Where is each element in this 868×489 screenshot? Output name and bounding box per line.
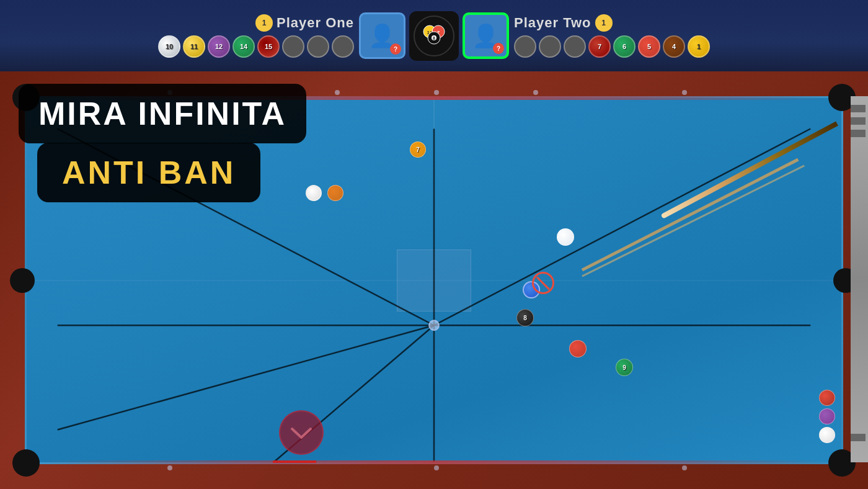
ball-14: 14 bbox=[232, 35, 255, 58]
ban-line bbox=[536, 276, 550, 290]
eight-ball: 8 bbox=[516, 309, 534, 326]
rail-notch-4 bbox=[851, 434, 866, 441]
green-ball: 9 bbox=[616, 359, 633, 376]
svg-line-13 bbox=[58, 325, 434, 429]
bottom-cushion-highlight bbox=[37, 460, 831, 464]
ball-empty-5 bbox=[539, 35, 561, 58]
ball-empty-4 bbox=[514, 35, 536, 58]
ball-11: 11 bbox=[183, 35, 205, 58]
player-two-balls: 7 6 5 4 1 bbox=[514, 35, 710, 58]
player-one-section: 1 Player One 10 11 12 14 15 bbox=[0, 14, 359, 58]
right-red-ball bbox=[819, 390, 835, 406]
rail-dot-4 bbox=[533, 90, 538, 95]
player-two-section: Player Two 1 7 6 5 4 1 bbox=[509, 14, 868, 58]
chevron-svg bbox=[289, 424, 314, 441]
orange-ball-2 bbox=[327, 185, 343, 201]
player-one-balls: 10 11 12 14 15 bbox=[158, 35, 354, 58]
svg-text:8: 8 bbox=[433, 36, 435, 40]
billiard-rack-icon: 11 7 8 bbox=[409, 11, 459, 61]
ball-empty-1 bbox=[282, 35, 304, 58]
right-mechanical-rail bbox=[851, 96, 868, 462]
ball-1: 1 bbox=[688, 35, 710, 58]
player-two-avatar: 👤 ? bbox=[463, 12, 509, 59]
pocket-bottom-left bbox=[12, 449, 40, 477]
svg-point-16 bbox=[429, 320, 439, 330]
player-one-rank-badge: 1 bbox=[255, 14, 273, 32]
rail-dot-2 bbox=[335, 90, 340, 95]
rail-dot-7 bbox=[434, 465, 439, 470]
ball-7: 7 bbox=[588, 35, 611, 58]
player-one-name: Player One bbox=[277, 15, 354, 31]
ball-12: 12 bbox=[208, 35, 230, 58]
billiard-svg: 11 7 8 bbox=[412, 14, 456, 58]
player-two-name-row: Player Two 1 bbox=[514, 14, 613, 32]
mira-infinita-overlay: MIRA INFINITA bbox=[19, 84, 306, 143]
red-ball bbox=[569, 340, 587, 357]
striped-ball-2 bbox=[306, 185, 322, 201]
player-one-question: ? bbox=[390, 43, 401, 55]
rail-dot-5 bbox=[682, 90, 687, 95]
ball-empty-3 bbox=[332, 35, 354, 58]
center-hud: 👤 ? 11 7 8 👤 ? bbox=[359, 11, 509, 61]
player-one-avatar: 👤 ? bbox=[359, 12, 405, 59]
anti-ban-text: ANTI BAN bbox=[62, 155, 236, 191]
bottom-marker bbox=[273, 460, 316, 463]
ball-empty-6 bbox=[564, 35, 586, 58]
ball-4: 4 bbox=[663, 35, 685, 58]
cue-ball bbox=[557, 228, 574, 246]
svg-line-17 bbox=[582, 159, 798, 270]
ball-empty-2 bbox=[307, 35, 329, 58]
hud-bar: 1 Player One 10 11 12 14 15 👤 ? 1 bbox=[0, 0, 868, 71]
svg-line-18 bbox=[582, 166, 804, 276]
pocket-middle-left bbox=[10, 268, 35, 293]
rail-dot-3 bbox=[434, 90, 439, 95]
mira-infinita-text: MIRA INFINITA bbox=[38, 96, 286, 132]
svg-line-10 bbox=[434, 128, 810, 325]
orange-ball: 7 bbox=[410, 141, 426, 158]
rail-dot-8 bbox=[682, 465, 687, 470]
rail-notch-1 bbox=[851, 105, 866, 112]
ball-15: 15 bbox=[257, 35, 280, 58]
right-purple-ball bbox=[819, 408, 835, 424]
right-white-ball bbox=[819, 427, 835, 443]
rail-dot-6 bbox=[167, 465, 172, 470]
player-two-name: Player Two bbox=[514, 15, 591, 31]
ball-6: 6 bbox=[613, 35, 636, 58]
anti-ban-overlay: ANTI BAN bbox=[37, 143, 260, 202]
ban-circle bbox=[532, 272, 554, 294]
player-two-rank-badge: 1 bbox=[595, 14, 613, 32]
ball-10: 10 bbox=[158, 35, 180, 58]
player-two-question: ? bbox=[493, 43, 504, 54]
cue-indicator bbox=[279, 410, 324, 455]
ball-5: 5 bbox=[638, 35, 660, 58]
rail-notch-3 bbox=[851, 130, 866, 137]
rail-notch-2 bbox=[851, 117, 866, 125]
player-one-name-row: 1 Player One bbox=[255, 14, 354, 32]
